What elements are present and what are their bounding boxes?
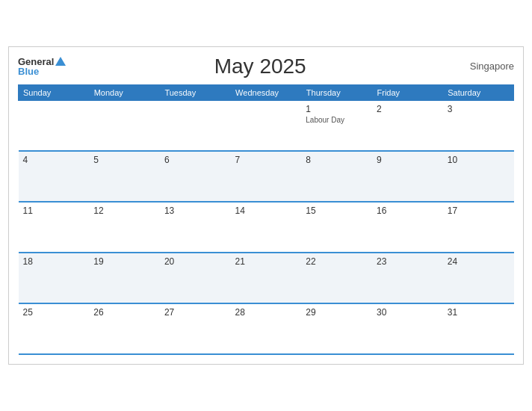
- day-number: 23: [377, 256, 439, 267]
- day-number: 29: [306, 307, 368, 318]
- day-cell-w4-d1: 18: [19, 253, 90, 303]
- day-cell-w4-d5: 22: [301, 253, 372, 303]
- day-cell-w1-d3: [160, 100, 231, 151]
- day-number: 28: [235, 307, 297, 318]
- day-number: 12: [93, 206, 155, 216]
- day-number: 1: [306, 104, 368, 114]
- event-label: Labour Day: [306, 116, 368, 124]
- day-cell-w2-d7: 10: [443, 151, 514, 202]
- day-number: 27: [164, 307, 226, 318]
- day-cell-w4-d6: 23: [372, 253, 443, 303]
- day-cell-w3-d5: 15: [301, 202, 372, 253]
- header-thursday: Thursday: [301, 84, 372, 100]
- day-number: 3: [448, 104, 510, 114]
- header-sunday: Sunday: [19, 84, 90, 100]
- day-number: 26: [93, 307, 155, 318]
- calendar-container: General Blue May 2025 Singapore Sunday M…: [8, 46, 524, 365]
- calendar-region: Singapore: [454, 61, 514, 72]
- day-number: 16: [377, 206, 439, 216]
- week-row-4: 18192021222324: [19, 253, 514, 303]
- day-cell-w2-d4: 7: [231, 151, 302, 202]
- day-cell-w5-d5: 29: [301, 303, 372, 354]
- day-number: 30: [377, 307, 439, 318]
- day-number: 18: [23, 256, 85, 267]
- day-number: 22: [306, 256, 368, 267]
- day-number: 4: [23, 155, 85, 165]
- day-cell-w4-d3: 20: [160, 253, 231, 303]
- day-cell-w2-d5: 8: [301, 151, 372, 202]
- logo-general: General: [18, 57, 66, 67]
- logo-general-text: General: [18, 57, 54, 67]
- day-cell-w3-d4: 14: [231, 202, 302, 253]
- day-cell-w2-d2: 5: [89, 151, 160, 202]
- day-cell-w2-d3: 6: [160, 151, 231, 202]
- calendar-header: General Blue May 2025 Singapore: [18, 55, 514, 78]
- day-cell-w1-d5: 1Labour Day: [301, 100, 372, 151]
- logo-triangle-icon: [55, 57, 66, 66]
- day-cell-w1-d2: [89, 100, 160, 151]
- header-wednesday: Wednesday: [231, 84, 302, 100]
- day-cell-w5-d4: 28: [231, 303, 302, 354]
- week-row-2: 45678910: [19, 151, 514, 202]
- day-number: 2: [377, 104, 439, 114]
- header-friday: Friday: [372, 84, 443, 100]
- day-cell-w2-d6: 9: [372, 151, 443, 202]
- day-number: 19: [93, 256, 155, 267]
- header-tuesday: Tuesday: [160, 84, 231, 100]
- day-cell-w2-d1: 4: [19, 151, 90, 202]
- day-cell-w3-d1: 11: [19, 202, 90, 253]
- day-number: 25: [23, 307, 85, 318]
- week-row-5: 25262728293031: [19, 303, 514, 354]
- week-row-3: 11121314151617: [19, 202, 514, 253]
- header-saturday: Saturday: [443, 84, 514, 100]
- calendar-title: May 2025: [66, 55, 454, 78]
- day-number: 11: [23, 206, 85, 216]
- day-cell-w1-d7: 3: [443, 100, 514, 151]
- day-number: 8: [306, 155, 368, 165]
- day-cell-w4-d2: 19: [89, 253, 160, 303]
- week-row-1: 1Labour Day23: [19, 100, 514, 151]
- day-number: 7: [235, 155, 297, 165]
- day-number: 21: [235, 256, 297, 267]
- day-number: 20: [164, 256, 226, 267]
- day-number: 6: [164, 155, 226, 165]
- day-cell-w1-d1: [19, 100, 90, 151]
- day-number: 24: [448, 256, 510, 267]
- day-number: 9: [377, 155, 439, 165]
- day-cell-w3-d7: 17: [443, 202, 514, 253]
- day-cell-w5-d1: 25: [19, 303, 90, 354]
- day-cell-w1-d4: [231, 100, 302, 151]
- day-cell-w3-d2: 12: [89, 202, 160, 253]
- day-cell-w4-d4: 21: [231, 253, 302, 303]
- day-number: 13: [164, 206, 226, 216]
- weekday-header-row: Sunday Monday Tuesday Wednesday Thursday…: [19, 84, 514, 100]
- day-number: 15: [306, 206, 368, 216]
- day-cell-w5-d2: 26: [89, 303, 160, 354]
- day-number: 10: [448, 155, 510, 165]
- day-cell-w5-d7: 31: [443, 303, 514, 354]
- calendar-grid: Sunday Monday Tuesday Wednesday Thursday…: [18, 84, 514, 356]
- day-cell-w3-d3: 13: [160, 202, 231, 253]
- day-cell-w3-d6: 16: [372, 202, 443, 253]
- day-number: 5: [93, 155, 155, 165]
- day-cell-w1-d6: 2: [372, 100, 443, 151]
- logo: General Blue: [18, 57, 66, 76]
- day-cell-w5-d3: 27: [160, 303, 231, 354]
- day-cell-w5-d6: 30: [372, 303, 443, 354]
- day-number: 17: [448, 206, 510, 216]
- header-monday: Monday: [89, 84, 160, 100]
- day-number: 14: [235, 206, 297, 216]
- day-cell-w4-d7: 24: [443, 253, 514, 303]
- day-number: 31: [448, 307, 510, 318]
- logo-blue-text: Blue: [18, 67, 66, 76]
